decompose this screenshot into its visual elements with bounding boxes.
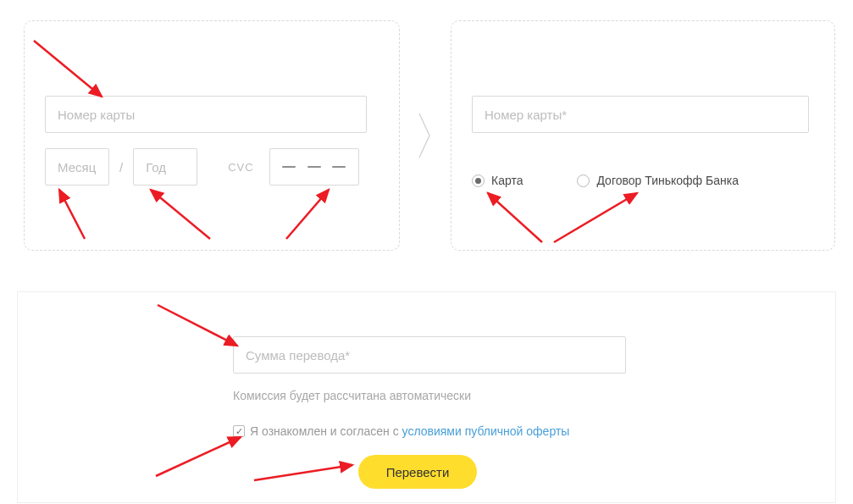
amount-input[interactable] (233, 336, 626, 374)
radio-option-card[interactable]: Карта (472, 174, 523, 187)
offer-link[interactable]: условиями публичной оферты (402, 424, 570, 438)
agree-text: Я ознакомлен и согласен с условиями публ… (250, 424, 569, 438)
transfer-button[interactable]: Перевести (358, 455, 477, 489)
cvc-input[interactable] (269, 148, 359, 186)
radio-icon (577, 174, 590, 187)
radio-contract-label: Договор Тинькофф Банка (596, 174, 738, 187)
transfer-panel: Комиссия будет рассчитана автоматически … (17, 291, 836, 503)
destination-card-panel: Карта Договор Тинькофф Банка (451, 20, 835, 251)
destination-card-number-input[interactable] (472, 96, 809, 133)
radio-icon (472, 174, 485, 187)
source-card-number-input[interactable] (45, 96, 367, 133)
expiry-slash: / (116, 160, 126, 174)
expiry-month-input[interactable] (45, 148, 109, 186)
chevron-right-icon (400, 110, 451, 161)
commission-note: Комиссия будет рассчитана автоматически (233, 389, 835, 402)
cvc-label: CVC (228, 161, 253, 174)
radio-option-contract[interactable]: Договор Тинькофф Банка (577, 174, 738, 187)
expiry-year-input[interactable] (133, 148, 197, 186)
source-card-panel: / CVC (24, 20, 400, 251)
agree-checkbox[interactable]: ✓ (233, 425, 245, 437)
radio-card-label: Карта (491, 174, 523, 187)
